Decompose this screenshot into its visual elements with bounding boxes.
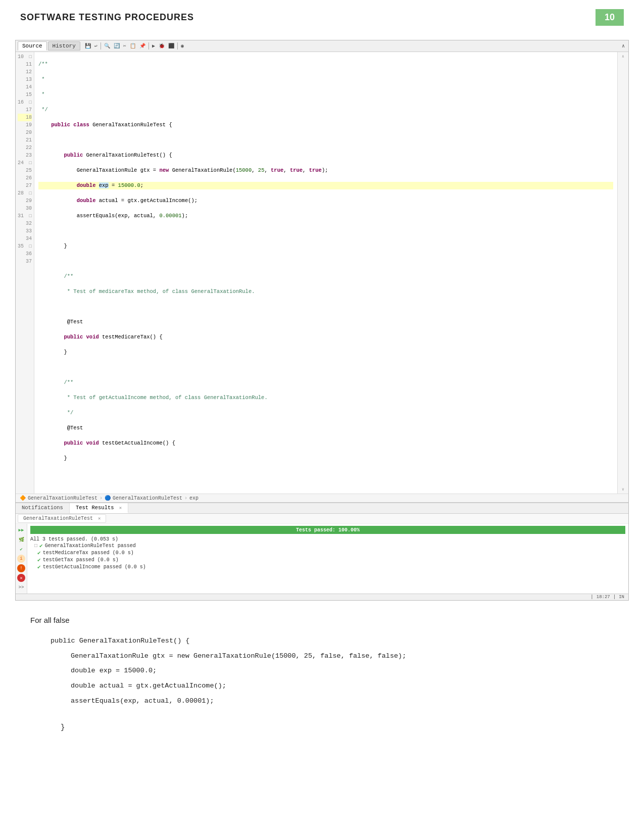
page-title: SOFTWARE TESTING PROCEDURES xyxy=(20,12,194,23)
save-icon[interactable]: 💾 xyxy=(83,42,92,50)
subtab-generaltaxation[interactable]: GeneralTaxationRuleTest ✕ xyxy=(18,514,106,523)
prose-method-sig: public GeneralTaxationRuleTest() { xyxy=(51,633,614,649)
test-case-row-2: ✔ testGetTax passed (0.0 s) xyxy=(37,557,625,563)
page-number-box: 10 xyxy=(596,9,624,26)
prose-line3: double actual = gtx.getActualIncome(); xyxy=(51,678,614,694)
breadcrumb-sep2: › xyxy=(184,496,187,501)
ide-side-icons: ∧ ∨ xyxy=(617,52,628,494)
panel-tree-icon[interactable]: 🌿 xyxy=(17,535,25,544)
prose-code-block: public GeneralTaxationRuleTest() { Gener… xyxy=(30,633,614,731)
prose-line1: GeneralTaxationRule gtx = new GeneralTax… xyxy=(51,649,614,664)
status-indicator: | xyxy=(613,595,616,600)
tab-history[interactable]: History xyxy=(48,41,80,51)
search-icon[interactable]: 🔍 xyxy=(103,42,112,50)
breadcrumb-icon: 🔶 xyxy=(20,495,26,501)
test3-pass-icon: ✔ xyxy=(37,564,41,570)
status-mode: IN xyxy=(619,595,624,600)
breadcrumb-icon2: 🔵 xyxy=(105,495,111,501)
suite-pass-icon: ✔ xyxy=(39,543,43,549)
replace-icon[interactable]: 🔄 xyxy=(112,42,121,50)
panel-tabs: Notifications Test Results ✕ xyxy=(16,503,628,514)
panel-more-icon[interactable]: >> xyxy=(17,583,25,592)
toolbar-icons: 💾 ↩ 🔍 🔄 ✂ 📋 📌 ▶ 🐞 ⬛ ◉ xyxy=(83,42,185,50)
ide-container: Source History 💾 ↩ 🔍 🔄 ✂ 📋 📌 ▶ 🐞 ⬛ ◉ ∧ 1… xyxy=(15,40,629,601)
toggle-icon[interactable]: ◉ xyxy=(179,42,185,50)
debug-icon[interactable]: 🐞 xyxy=(157,42,166,50)
panel-error-icon[interactable]: ✕ xyxy=(17,574,25,582)
prose-line2: double exp = 15000.0; xyxy=(51,663,614,678)
status-sep: | xyxy=(590,595,593,600)
test-case-row-3: ✔ testGetActualIncome passed (0.0 s) xyxy=(37,564,625,570)
ide-bottom-panel: Notifications Test Results ✕ GeneralTaxa… xyxy=(16,502,628,594)
prose-closing: } xyxy=(51,723,614,731)
breadcrumb-part2[interactable]: GeneralTaxationRuleTest xyxy=(113,496,182,501)
scroll-top-icon[interactable]: ∧ xyxy=(620,42,626,50)
test-summary-row: All 3 tests passed. (0.053 s) xyxy=(30,536,625,542)
prose-heading: For all false xyxy=(30,616,614,624)
panel-subtabs: GeneralTaxationRuleTest ✕ xyxy=(16,514,628,524)
tab-test-results[interactable]: Test Results ✕ xyxy=(70,503,128,513)
undo-icon[interactable]: ↩ xyxy=(93,42,99,50)
test1-pass-icon: ✔ xyxy=(37,550,41,556)
line-numbers: 10 □ 11 12 13 14 15 16 □ 17 18 19 20 21 … xyxy=(16,52,34,494)
test1-name: testMedicareTax passed (0.0 s) xyxy=(43,550,134,556)
panel-run-icon[interactable]: ▶▶ xyxy=(17,526,25,534)
code-content[interactable]: /** * * */ public class GeneralTaxationR… xyxy=(34,52,617,494)
ide-breadcrumb: 🔶 GeneralTaxationRuleTest › 🔵 GeneralTax… xyxy=(16,494,628,502)
stop-icon[interactable]: ⬛ xyxy=(167,42,176,50)
cut-icon[interactable]: ✂ xyxy=(122,42,128,50)
subtab-close[interactable]: ✕ xyxy=(98,516,101,521)
suite-folder-icon: □ xyxy=(34,543,37,549)
paste-icon[interactable]: 📌 xyxy=(138,42,147,50)
breadcrumb-part3[interactable]: exp xyxy=(189,496,199,501)
test-suite-row: □ ✔ GeneralTaxationRuleTest passed xyxy=(34,543,625,549)
panel-info-icon[interactable]: i xyxy=(17,555,25,563)
test2-name: testGetTax passed (0.0 s) xyxy=(43,557,119,563)
ide-code-area: 10 □ 11 12 13 14 15 16 □ 17 18 19 20 21 … xyxy=(16,52,628,494)
copy-icon[interactable]: 📋 xyxy=(128,42,137,50)
ide-toolbar: Source History 💾 ↩ 🔍 🔄 ✂ 📋 📌 ▶ 🐞 ⬛ ◉ ∧ xyxy=(16,40,628,52)
run-icon[interactable]: ▶ xyxy=(151,42,157,50)
prose-section: For all false public GeneralTaxationRule… xyxy=(0,601,644,742)
suite-name: GeneralTaxationRuleTest passed xyxy=(45,543,136,549)
test-results-area: All 3 tests passed. (0.053 s) □ ✔ Genera… xyxy=(27,535,628,572)
status-time: 18:27 xyxy=(597,595,610,600)
breadcrumb-sep1: › xyxy=(100,496,103,501)
ide-status-bar: | 18:27 | IN xyxy=(16,594,628,600)
tab-notifications[interactable]: Notifications xyxy=(16,503,70,513)
test2-pass-icon: ✔ xyxy=(37,557,41,563)
test3-name: testGetActualIncome passed (0.0 s) xyxy=(43,564,146,570)
test-progress-bar: Tests passed: 100.00% xyxy=(30,526,625,534)
breadcrumb-part1[interactable]: GeneralTaxationRuleTest xyxy=(28,496,97,501)
test-case-row-1: ✔ testMedicareTax passed (0.0 s) xyxy=(37,550,625,556)
panel-warn-icon[interactable]: ! xyxy=(17,564,25,572)
page-header: SOFTWARE TESTING PROCEDURES 10 xyxy=(0,0,644,31)
test-results-close[interactable]: ✕ xyxy=(119,506,122,511)
tab-source[interactable]: Source xyxy=(18,41,47,51)
panel-pass-icon[interactable]: ✔ xyxy=(17,545,25,553)
prose-line4: assertEquals(exp, actual, 0.00001); xyxy=(51,694,614,709)
